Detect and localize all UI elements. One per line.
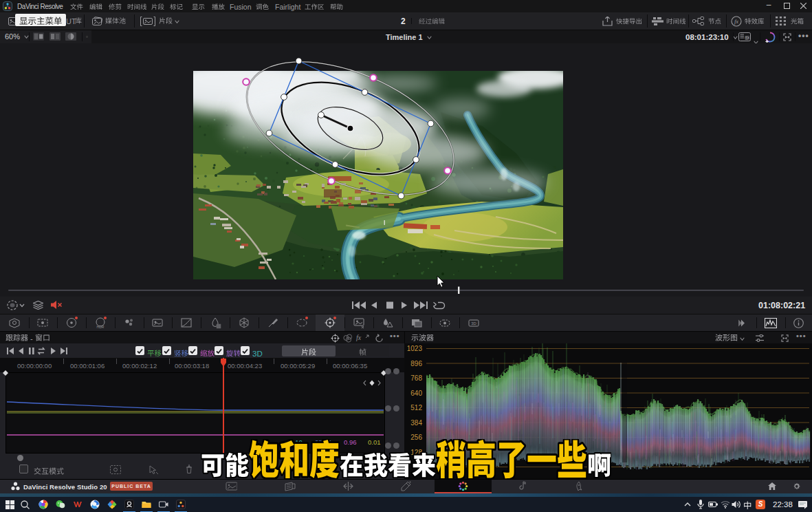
svg-text:640: 640 [410, 390, 422, 397]
svg-text:1023: 1023 [407, 345, 423, 352]
svg-text:HQ: HQ [745, 36, 749, 40]
svg-text:384: 384 [410, 419, 422, 427]
svg-text:512: 512 [410, 404, 422, 412]
svg-text:3D: 3D [471, 321, 476, 326]
svg-text:768: 768 [410, 374, 422, 382]
svg-text:fx: fx [734, 18, 738, 25]
svg-text:HDR: HDR [97, 325, 105, 329]
svg-text:896: 896 [410, 360, 422, 367]
